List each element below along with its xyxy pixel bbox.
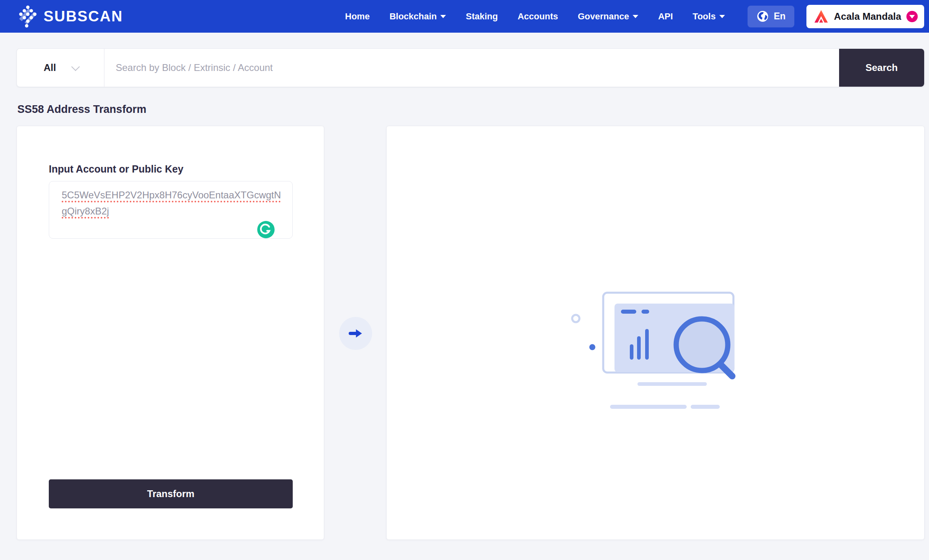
- subscan-logo-icon: [19, 5, 37, 28]
- page-title: SS58 Address Transform: [17, 103, 146, 116]
- chevron-down-icon: [71, 62, 80, 71]
- acala-logo-icon: [814, 9, 829, 23]
- nav-tools[interactable]: Tools: [693, 11, 725, 22]
- transform-arrow: [339, 317, 372, 350]
- input-label: Input Account or Public Key: [49, 163, 183, 175]
- nav-accounts[interactable]: Accounts: [518, 11, 558, 22]
- nav-api[interactable]: API: [658, 11, 673, 22]
- search-bar: All Search: [17, 48, 925, 87]
- network-dropdown-icon[interactable]: [906, 11, 918, 22]
- brand-name: SUBSCAN: [44, 8, 123, 25]
- globe-icon: [756, 10, 769, 23]
- chevron-down-icon: [633, 15, 638, 18]
- network-name: Acala Mandala: [834, 11, 901, 22]
- nav-home[interactable]: Home: [345, 11, 370, 22]
- arrow-right-icon: [346, 324, 365, 343]
- account-input[interactable]: 5C5WeVsEHP2V2Hpx8H76cyVooEntaaXTGcwgtNgQ…: [49, 181, 293, 239]
- language-label: En: [774, 11, 785, 22]
- chevron-down-icon: [440, 15, 446, 18]
- transform-button[interactable]: Transform: [49, 479, 293, 508]
- subscan-logo[interactable]: SUBSCAN: [19, 5, 123, 28]
- search-input[interactable]: [104, 49, 839, 87]
- page: SUBSCAN Home Blockchain Staking Accounts…: [0, 0, 929, 560]
- search-filter-dropdown[interactable]: All: [17, 49, 104, 87]
- language-button[interactable]: En: [748, 6, 794, 27]
- empty-state-illustration: [569, 291, 739, 412]
- chevron-down-icon: [719, 15, 725, 18]
- search-button[interactable]: Search: [839, 49, 924, 87]
- nav-blockchain[interactable]: Blockchain: [390, 11, 446, 22]
- nav-staking[interactable]: Staking: [466, 11, 498, 22]
- grammarly-icon[interactable]: [257, 221, 275, 238]
- search-filter-value: All: [44, 62, 56, 73]
- network-selector[interactable]: Acala Mandala: [806, 5, 924, 28]
- transform-output-card: [386, 126, 925, 540]
- transform-input-card: Input Account or Public Key 5C5WeVsEHP2V…: [17, 126, 324, 540]
- account-input-value: 5C5WeVsEHP2V2Hpx8H76cyVooEntaaXTGcwgtNgQ…: [62, 187, 281, 219]
- nav-governance[interactable]: Governance: [578, 11, 638, 22]
- main-nav: Home Blockchain Staking Accounts Governa…: [345, 11, 725, 22]
- top-navbar: SUBSCAN Home Blockchain Staking Accounts…: [0, 0, 929, 33]
